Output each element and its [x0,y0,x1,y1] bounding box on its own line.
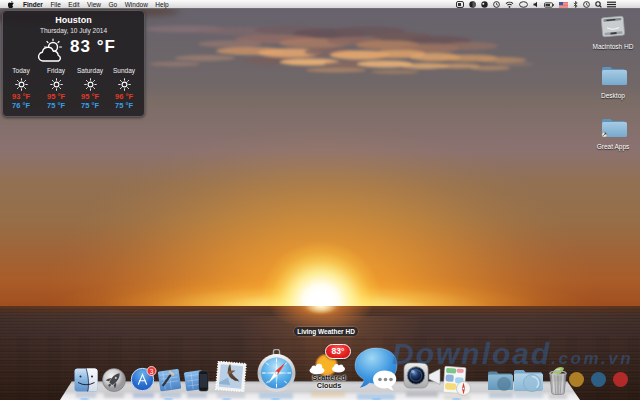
svg-text:3: 3 [150,368,154,375]
